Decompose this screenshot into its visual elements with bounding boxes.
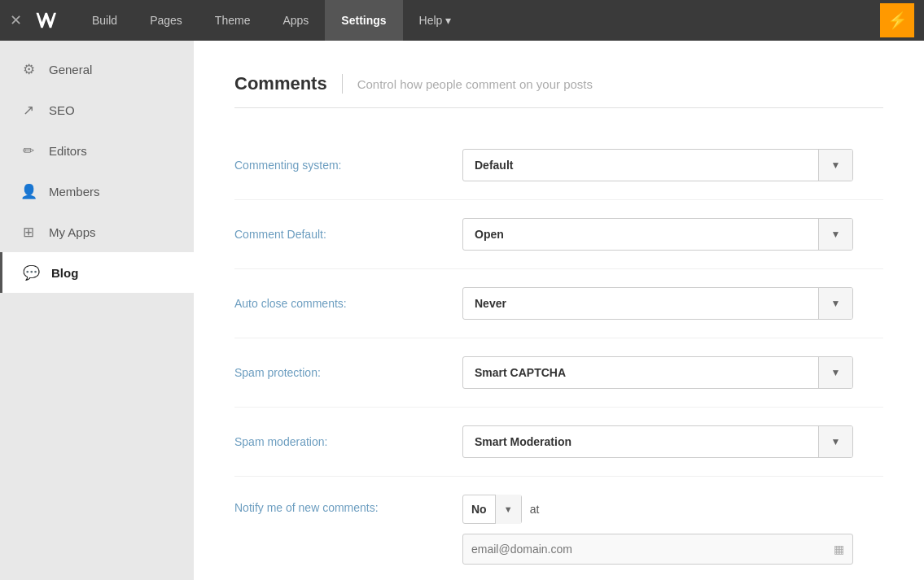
chevron-down-icon: ▼ xyxy=(818,356,852,389)
form-row-comment-default: Comment Default: Open ▼ xyxy=(234,200,883,269)
at-text: at xyxy=(530,503,540,516)
page-title: Comments xyxy=(234,73,327,94)
email-input[interactable] xyxy=(471,543,834,556)
nav-pages[interactable]: Pages xyxy=(134,0,199,41)
close-button[interactable]: ✕ xyxy=(10,13,22,28)
nav-links: Build Pages Theme Apps Settings Help ▾ xyxy=(76,0,880,41)
nav-theme[interactable]: Theme xyxy=(199,0,267,41)
nav-build[interactable]: Build xyxy=(76,0,134,41)
dropdown-spam-protection[interactable]: Smart CAPTCHA ▼ xyxy=(462,356,853,389)
page-header: Comments Control how people comment on y… xyxy=(234,73,883,108)
dropdown-value-auto-close: Never xyxy=(463,297,818,310)
chevron-down-icon: ▼ xyxy=(495,495,521,524)
sidebar-item-general[interactable]: ⚙ General xyxy=(0,49,194,89)
control-commenting-system: Default ▼ xyxy=(462,149,853,181)
label-auto-close: Auto close comments: xyxy=(234,297,462,310)
sidebar-label-blog: Blog xyxy=(51,266,78,280)
nav-settings[interactable]: Settings xyxy=(325,0,402,41)
dropdown-commenting-system[interactable]: Default ▼ xyxy=(462,149,853,181)
label-commenting-system: Commenting system: xyxy=(234,159,462,172)
main-content: Comments Control how people comment on y… xyxy=(194,41,924,580)
control-spam-moderation: Smart Moderation ▼ xyxy=(462,425,853,458)
label-spam-protection: Spam protection: xyxy=(234,366,462,379)
dropdown-notify[interactable]: No ▼ xyxy=(462,495,522,524)
seo-icon: ↗ xyxy=(20,101,37,119)
dropdown-value-notify: No xyxy=(463,503,495,516)
sidebar: ⚙ General ↗ SEO ✏ Editors 👤 Members ⊞ My… xyxy=(0,41,194,580)
sidebar-item-members[interactable]: 👤 Members xyxy=(0,171,194,212)
chevron-down-icon: ▼ xyxy=(818,287,852,320)
notify-controls: No ▼ at ▦ xyxy=(462,495,853,565)
dropdown-auto-close[interactable]: Never ▼ xyxy=(462,287,853,320)
chevron-down-icon: ▼ xyxy=(818,218,852,251)
form-row-commenting-system: Commenting system: Default ▼ xyxy=(234,131,883,200)
control-comment-default: Open ▼ xyxy=(462,218,853,251)
dropdown-comment-default[interactable]: Open ▼ xyxy=(462,218,853,251)
sidebar-label-editors: Editors xyxy=(49,144,87,158)
label-comment-default: Comment Default: xyxy=(234,228,462,241)
apps-icon: ⊞ xyxy=(20,223,37,241)
main-layout: ⚙ General ↗ SEO ✏ Editors 👤 Members ⊞ My… xyxy=(0,41,924,580)
sidebar-label-seo: SEO xyxy=(49,103,75,117)
form-row-auto-close: Auto close comments: Never ▼ xyxy=(234,269,883,338)
dropdown-value-spam-protection: Smart CAPTCHA xyxy=(463,366,818,379)
sidebar-label-members: Members xyxy=(49,185,100,198)
upgrade-button[interactable]: ⚡ xyxy=(880,3,914,37)
blog-icon: 💬 xyxy=(22,264,40,281)
notify-top: No ▼ at xyxy=(462,495,853,524)
sidebar-label-general: General xyxy=(49,63,92,76)
sidebar-item-myapps[interactable]: ⊞ My Apps xyxy=(0,212,194,252)
chevron-down-icon: ▼ xyxy=(818,425,852,458)
control-auto-close: Never ▼ xyxy=(462,287,853,320)
email-icon: ▦ xyxy=(834,543,844,556)
gear-icon: ⚙ xyxy=(20,60,37,78)
nav-help[interactable]: Help ▾ xyxy=(403,0,468,41)
sidebar-item-editors[interactable]: ✏ Editors xyxy=(0,130,194,171)
form-row-spam-moderation: Spam moderation: Smart Moderation ▼ xyxy=(234,408,883,477)
dropdown-value-commenting-system: Default xyxy=(463,159,818,172)
sidebar-item-seo[interactable]: ↗ SEO xyxy=(0,89,194,130)
form-row-spam-protection: Spam protection: Smart CAPTCHA ▼ xyxy=(234,338,883,408)
header-divider xyxy=(342,74,343,94)
chevron-down-icon: ▼ xyxy=(818,149,852,181)
label-notify: Notify me of new comments: xyxy=(234,495,462,514)
page-subtitle: Control how people comment on your posts xyxy=(357,77,593,91)
control-spam-protection: Smart CAPTCHA ▼ xyxy=(462,356,853,389)
email-input-wrap: ▦ xyxy=(462,534,853,565)
sidebar-item-blog[interactable]: 💬 Blog xyxy=(0,252,194,293)
label-spam-moderation: Spam moderation: xyxy=(234,435,462,448)
form-row-notify: Notify me of new comments: No ▼ at ▦ xyxy=(234,477,883,580)
sidebar-label-myapps: My Apps xyxy=(49,225,96,239)
logo xyxy=(30,6,59,35)
members-icon: 👤 xyxy=(20,182,37,200)
edit-icon: ✏ xyxy=(20,142,37,159)
top-nav: ✕ Build Pages Theme Apps Settings Help ▾… xyxy=(0,0,924,41)
nav-apps[interactable]: Apps xyxy=(266,0,325,41)
dropdown-spam-moderation[interactable]: Smart Moderation ▼ xyxy=(462,425,853,458)
dropdown-value-comment-default: Open xyxy=(463,228,818,241)
dropdown-value-spam-moderation: Smart Moderation xyxy=(463,435,818,448)
